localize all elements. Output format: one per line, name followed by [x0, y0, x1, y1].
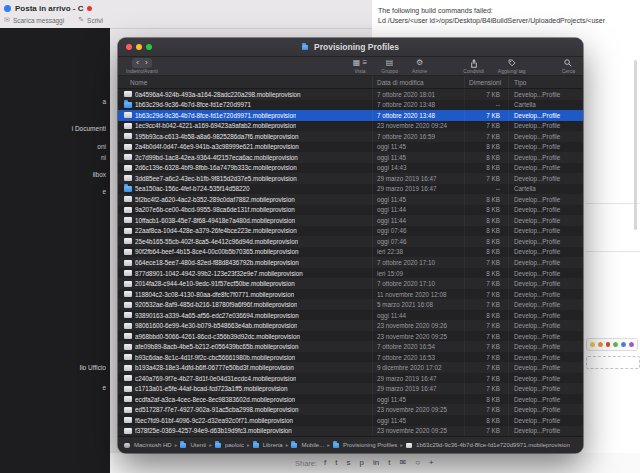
emoji-icon[interactable] [629, 342, 634, 347]
table-row[interactable]: 664ece18-5ee7-480d-82ed-f88d8436792b.mob… [118, 257, 583, 268]
file-type: Develop...Profile [509, 142, 583, 153]
get-messages-button[interactable]: ✉ Scarica messaggi [4, 16, 64, 24]
table-row[interactable]: 2014fa28-c944-4e10-9edc-91f57ecf50be.mob… [118, 278, 583, 289]
table-row[interactable]: 22aaf8ca-10d4-428e-a379-26fe4bce223e.mob… [118, 226, 583, 237]
file-date: oggi 11:44 [373, 205, 465, 216]
sidebar-item[interactable]: ilbox [93, 171, 106, 178]
pinterest-icon[interactable]: p [360, 458, 364, 468]
table-row[interactable]: 2a4b0d4f-0d47-46e9-941b-a3c98999e621.mob… [118, 142, 583, 153]
zoom-button[interactable] [146, 44, 152, 50]
column-header-type[interactable]: Tipo [509, 76, 583, 88]
view-button[interactable]: ▦ ≡ Vista [353, 59, 367, 74]
back-icon[interactable]: ‹ [136, 59, 139, 67]
table-row[interactable]: 93890163-a339-4a65-af56-edc27e036694.mob… [118, 310, 583, 321]
minimize-button[interactable] [136, 44, 142, 50]
share-button[interactable]: Condividi [463, 59, 484, 74]
facebook-icon[interactable]: f [324, 458, 326, 468]
table-row[interactable]: 1b63c29d-9c36-4b7d-8fce-fd1e720d9971.mob… [118, 110, 583, 121]
table-row[interactable]: 877d8901-1042-4942-99b2-123e23f32e9e7.mo… [118, 268, 583, 279]
file-name: b193a428-18e3-4dfd-b6ff-06777e50bd3f.mob… [135, 364, 294, 371]
path-item[interactable]: Utenti [180, 442, 206, 448]
table-row[interactable]: 90f2fb64-beef-4b15-8ce4-00c00b5b70365.mo… [118, 247, 583, 258]
table-row[interactable]: f6ec7fd9-61bf-4096-9c22-d32ea92c0f71.mob… [118, 415, 583, 426]
email-icon[interactable]: ✉ [400, 458, 407, 468]
table-row[interactable]: 25e4b165-55cb-402f-8ca5-4e412c96d94d.mob… [118, 236, 583, 247]
table-row[interactable]: ecdfa2af-a3ca-4cec-8ece-8ec98383602d.mob… [118, 394, 583, 405]
column-header-size[interactable]: Dimensioni [465, 76, 509, 88]
emoji-icon[interactable] [621, 342, 626, 347]
file-size: 7 KB [465, 352, 509, 363]
table-row[interactable]: 0a4596a4-924b-493a-a164-28adc220a298.mob… [118, 89, 583, 100]
table-row[interactable]: 2d6c139e-6328-4bf9-8fbb-16a7479b333c.mob… [118, 163, 583, 174]
tags-button[interactable]: Aggiungi tag [498, 59, 526, 74]
table-row[interactable]: 9a207e6b-ce00-4bcd-9955-98ca6de131f.mobi… [118, 205, 583, 216]
sidebar-item[interactable]: ni [101, 154, 106, 161]
path-item[interactable]: Mobile... [291, 442, 324, 448]
emoji-icon[interactable] [606, 342, 611, 347]
path-item[interactable]: Libreria [253, 442, 283, 448]
table-row[interactable]: 195b93ca-c613-4b58-a8a6-9825286da7f6.mob… [118, 131, 583, 142]
sidebar-item[interactable]: lio Ufficio [80, 364, 106, 371]
sidebar-item[interactable]: e [102, 384, 106, 391]
table-row[interactable]: 3dd85ee7-a6c2-43ec-b1fb-9f815d2d37e5.mob… [118, 173, 583, 184]
table-row[interactable]: 98061600-6e99-4e30-b079-b548663e4ab.mobi… [118, 320, 583, 331]
column-header-name[interactable]: Nome [118, 76, 373, 88]
file-size: -- [465, 184, 509, 195]
sidebar-item[interactable]: oni [97, 143, 106, 150]
twitter-icon[interactable]: t [335, 458, 337, 468]
table-row[interactable]: 118804c2-3c08-4130-80aa-dfe8fc7f0771.mob… [118, 289, 583, 300]
search-button[interactable]: Cerca [562, 59, 575, 74]
emoji-toolbar[interactable] [586, 338, 638, 351]
group-button[interactable]: ▤ Gruppo [381, 59, 398, 74]
close-button[interactable] [126, 44, 132, 50]
emoji-icon[interactable] [590, 342, 595, 347]
share-label: Condividi [463, 69, 484, 74]
table-row[interactable]: 2c7d99bd-1ac8-42ea-9364-4f2157eca6ac.mob… [118, 152, 583, 163]
file-date: oggi 14:43 [373, 163, 465, 174]
table-row[interactable]: 5ea150ac-156c-4fef-b724-535f14d5822029 m… [118, 184, 583, 195]
sidebar-item[interactable]: i Documenti [72, 125, 106, 132]
file-type: Develop...Profile [509, 341, 583, 352]
table-row[interactable]: 1ec9cc4f-b042-4221-a169-69423a9afab2.mob… [118, 121, 583, 132]
whatsapp-icon[interactable]: ○ [415, 458, 420, 468]
path-item[interactable]: Macintosh HD [124, 442, 172, 448]
table-row[interactable]: 1b63c29d-9c36-4b7d-8fce-fd1e720d99717 ot… [118, 100, 583, 111]
table-row[interactable]: b193a428-18e3-4dfd-b6ff-06777e50bd3f.mob… [118, 362, 583, 373]
linkedin-icon[interactable]: in [373, 458, 379, 468]
path-item[interactable]: Provisioning Profiles [333, 442, 397, 448]
table-row[interactable]: afe09b89-8acb-4be5-b212-e056439bc65b.mob… [118, 341, 583, 352]
table-row[interactable]: a968bbd0-5066-4261-86cd-c356b39d92dc.mob… [118, 331, 583, 342]
sidebar-item[interactable]: e [102, 188, 106, 195]
table-row[interactable]: c1713a01-e5fe-44af-bcad-fcd723a1ff5.mobi… [118, 383, 583, 394]
action-button[interactable]: ⚙ Azione [412, 59, 427, 74]
emoji-icon[interactable] [613, 342, 618, 347]
tumblr-icon[interactable]: t [388, 458, 390, 468]
file-icon [124, 217, 132, 223]
sidebar-item[interactable]: a [102, 98, 106, 105]
path-item[interactable]: 1b63c29d-9c36-4b7d-8fce-fd1e720d9971.mob… [406, 442, 570, 448]
attachment-dropzone[interactable] [586, 356, 640, 369]
column-header-date[interactable]: Data di modifica [373, 76, 465, 88]
table-row[interactable]: 920532ae-8af9-485d-b216-18780f9a6f96f.mo… [118, 299, 583, 310]
pencil-icon: ✎ [78, 16, 84, 24]
emoji-icon[interactable] [598, 342, 603, 347]
back-forward-buttons[interactable]: ‹› Indietro/Avanti [126, 58, 158, 74]
divider [586, 251, 640, 252]
compose-button[interactable]: ✎ Scrivi [78, 16, 103, 24]
table-row[interactable]: 10ffacb1-6038-45e7-8f68-49418e7a480d.mob… [118, 215, 583, 226]
window-titlebar[interactable]: Provisioning Profiles [118, 38, 583, 57]
disk-icon [124, 443, 130, 448]
table-row[interactable]: b93c6dae-8c1c-4d1f-9f2c-cbc56661980b.mob… [118, 352, 583, 363]
forward-icon[interactable]: › [145, 59, 148, 67]
table-row[interactable]: ed517287-f7e7-4927-902a-91ac5cba2998.mob… [118, 404, 583, 415]
table-row[interactable]: 5f2bc4f2-a620-4ac2-b352-289c0daf7882.mob… [118, 194, 583, 205]
page-scrollbar[interactable] [634, 60, 637, 230]
file-size: 8 KB [465, 205, 509, 216]
file-date: oggi 07:46 [373, 236, 465, 247]
path-item[interactable]: paoloic [215, 442, 244, 448]
more-icon[interactable]: + [429, 458, 434, 468]
table-row[interactable]: c240a769-9f7e-4b27-8d1f-0e04d31ecdc4.mob… [118, 373, 583, 384]
folder-icon [253, 443, 259, 448]
stumbleupon-icon[interactable]: s [347, 458, 351, 468]
table-row[interactable]: f378f25e-0369-4257-94e9-d63b19d9fc3.mobi… [118, 426, 583, 437]
